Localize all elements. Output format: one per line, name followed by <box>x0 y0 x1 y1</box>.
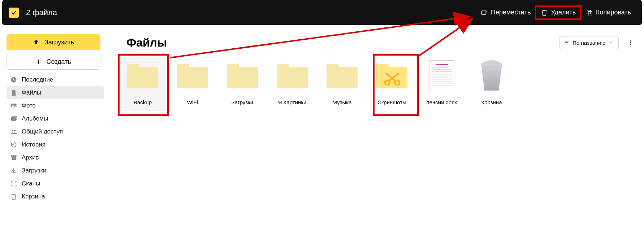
file-name: Загрузки <box>232 99 253 105</box>
svg-rect-10 <box>11 155 17 157</box>
file-name: пенсии.docx <box>427 99 457 105</box>
sidebar-nav: Последние Файлы Фото Альбомы Общий досту… <box>7 73 104 203</box>
plus-icon: + <box>36 56 41 67</box>
folder-icon <box>177 64 208 88</box>
sidebar-item-label: Последние <box>22 76 53 83</box>
upload-icon <box>33 39 39 45</box>
sidebar-item-label: Загрузки <box>22 167 46 174</box>
view-icon <box>627 40 633 45</box>
sidebar-item-photo[interactable]: Фото <box>7 99 104 112</box>
sidebar-item-files[interactable]: Файлы <box>7 86 104 99</box>
sort-label: По названию <box>572 40 605 46</box>
file-name: Корзина <box>481 99 502 105</box>
sidebar-item-label: Сканы <box>22 180 40 187</box>
create-label: Создать <box>46 58 71 66</box>
copy-button[interactable]: Копировать <box>582 5 635 20</box>
delete-label: Удалить <box>551 9 576 16</box>
view-mode-button[interactable] <box>624 36 637 49</box>
sort-icon <box>564 40 570 45</box>
svg-rect-11 <box>12 157 16 160</box>
file-name: Музыка <box>332 99 351 105</box>
file-name: Backup <box>134 99 152 105</box>
sidebar-item-label: Корзина <box>22 193 45 200</box>
file-tile-wifi[interactable]: WiFi <box>169 57 216 111</box>
file-name: Скриншоты <box>377 99 406 105</box>
scissors-icon <box>384 72 401 86</box>
clock-icon <box>10 76 17 83</box>
file-grid: Backup WiFi Загрузки Я.Картинки Музыка С… <box>119 57 640 111</box>
sidebar-item-label: История <box>22 141 46 148</box>
selection-action-bar: 2 файла Переместить Удалить Копировать <box>2 0 642 25</box>
sidebar-item-archive[interactable]: Архив <box>7 151 104 164</box>
file-icon <box>10 89 17 96</box>
scan-icon <box>10 180 17 187</box>
sidebar-item-label: Архив <box>22 154 39 161</box>
folder-icon <box>277 64 308 88</box>
folder-icon <box>327 64 358 88</box>
people-icon <box>10 128 17 135</box>
archive-icon <box>10 154 17 161</box>
trash-icon <box>541 9 548 16</box>
sidebar-item-label: Фото <box>22 102 36 109</box>
file-name: Я.Картинки <box>278 99 307 105</box>
sidebar-item-label: Общий доступ <box>22 128 63 135</box>
check-icon <box>10 9 17 16</box>
trash-bin-icon <box>479 60 504 92</box>
upload-label: Загрузить <box>44 39 74 46</box>
main-content: Файлы По названию Backup WiFi Загрузки Я… <box>119 36 640 111</box>
svg-rect-12 <box>13 158 14 158</box>
folder-icon <box>127 64 158 88</box>
folder-icon <box>227 64 258 88</box>
sort-dropdown[interactable]: По названию <box>559 36 619 49</box>
albums-icon <box>10 115 17 122</box>
move-button[interactable]: Переместить <box>476 5 535 20</box>
history-icon <box>10 141 17 148</box>
photo-icon <box>10 102 17 109</box>
selection-count: 2 файла <box>26 8 57 17</box>
svg-point-8 <box>12 130 13 131</box>
sidebar-item-albums[interactable]: Альбомы <box>7 112 104 125</box>
document-icon <box>429 60 454 92</box>
svg-rect-1 <box>587 10 591 14</box>
svg-point-9 <box>14 130 16 131</box>
sidebar-item-shared[interactable]: Общий доступ <box>7 125 104 138</box>
sidebar: Загрузить + Создать Последние Файлы Фото… <box>7 34 104 203</box>
folder-icon <box>376 64 407 88</box>
trash-nav-icon <box>10 193 17 200</box>
file-tile-music[interactable]: Музыка <box>319 57 366 111</box>
file-tile-downloads[interactable]: Загрузки <box>219 57 266 111</box>
svg-rect-2 <box>588 11 592 15</box>
sidebar-item-downloads[interactable]: Загрузки <box>7 164 104 177</box>
chevron-down-icon <box>608 40 614 45</box>
select-all-checkbox[interactable] <box>9 8 19 18</box>
move-icon <box>481 9 488 16</box>
svg-point-13 <box>630 40 631 41</box>
create-button[interactable]: + Создать <box>7 54 100 70</box>
copy-label: Копировать <box>596 9 631 16</box>
file-tile-yapics[interactable]: Я.Картинки <box>269 57 316 111</box>
sidebar-item-recent[interactable]: Последние <box>7 73 104 86</box>
file-tile-backup[interactable]: Backup <box>119 57 166 111</box>
svg-rect-0 <box>482 11 486 14</box>
move-label: Переместить <box>491 9 531 16</box>
file-name: WiFi <box>187 99 198 105</box>
copy-icon <box>586 9 593 16</box>
file-tile-doc[interactable]: пенсии.docx <box>418 57 465 111</box>
svg-point-14 <box>630 42 631 43</box>
sidebar-item-history[interactable]: История <box>7 138 104 151</box>
sidebar-item-trash[interactable]: Корзина <box>7 190 104 203</box>
delete-button[interactable]: Удалить <box>535 5 582 20</box>
file-tile-trash[interactable]: Корзина <box>468 57 515 111</box>
download-icon <box>10 167 17 174</box>
sidebar-item-scans[interactable]: Сканы <box>7 177 104 190</box>
svg-point-15 <box>630 44 631 45</box>
sidebar-item-label: Файлы <box>22 89 41 96</box>
file-tile-screenshots[interactable]: Скриншоты <box>368 57 415 111</box>
upload-button[interactable]: Загрузить <box>7 34 100 50</box>
sidebar-item-label: Альбомы <box>22 115 48 122</box>
